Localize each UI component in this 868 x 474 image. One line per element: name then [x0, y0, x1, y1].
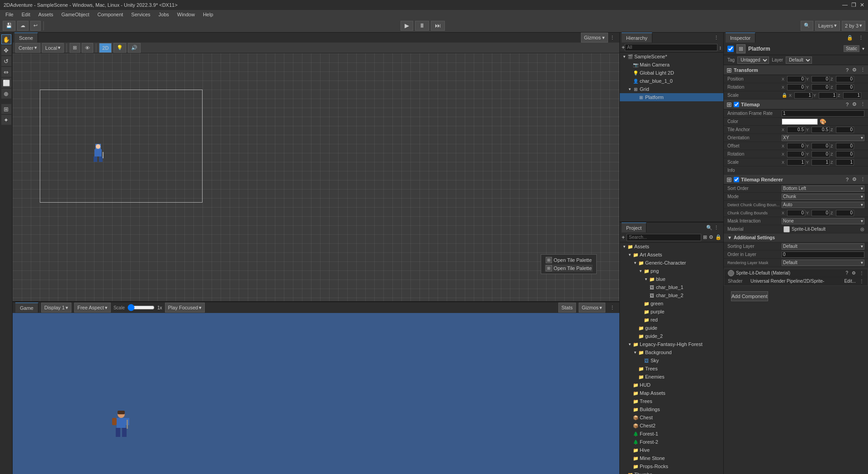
proj-chest[interactable]: 📦 Chest [620, 413, 723, 422]
local-btn[interactable]: Local ▾ [42, 43, 64, 53]
tmap-rot-z-input[interactable] [836, 151, 854, 157]
object-active-toggle[interactable] [727, 46, 734, 52]
menu-jobs[interactable]: Jobs [155, 11, 173, 18]
project-filter-icon[interactable]: ⊞ [703, 234, 707, 240]
anchor-z-input[interactable] [836, 127, 854, 133]
shader-dots[interactable]: ⋮ [859, 279, 864, 284]
proj-hive[interactable]: 📁 Hive [620, 446, 723, 454]
off-z-input[interactable] [836, 143, 854, 149]
rot-y-input[interactable] [811, 84, 830, 90]
mask-interaction-dropdown[interactable]: None ▾ [782, 218, 864, 224]
project-lock-icon[interactable]: 🔒 [715, 234, 722, 240]
material-subpanel-help[interactable]: ? [845, 270, 848, 275]
proj-buildings[interactable]: 📁 Buildings [620, 405, 723, 413]
proj-forest1[interactable]: 🌲 Forest-1 [620, 430, 723, 438]
hierarchy-search-input[interactable] [625, 44, 717, 51]
tree-samplescene[interactable]: ▼ 🎬 SampleScene* [620, 52, 723, 61]
proj-sky[interactable]: 🖼 Sky [620, 356, 723, 365]
add-component-button[interactable]: Add Component [731, 291, 768, 301]
inspector-menu[interactable]: ⋮ [856, 35, 866, 41]
proj-trees2[interactable]: 📁 Trees [620, 397, 723, 405]
static-label[interactable]: Static [844, 45, 859, 52]
undo-btn[interactable]: ↩ [30, 21, 41, 31]
tree-maincamera[interactable]: 📷 Main Camera [620, 61, 723, 69]
scale-slider[interactable] [127, 305, 155, 310]
stats-btn[interactable]: Stats [558, 303, 576, 313]
scale-tool[interactable]: ⇔ [1, 67, 11, 77]
menu-component[interactable]: Component [94, 11, 127, 18]
rendering-layer-mask-dropdown[interactable]: Default ▾ [782, 260, 864, 266]
proj-guide2[interactable]: 📁 guide_2 [620, 332, 723, 340]
transform-help[interactable]: ? [846, 67, 849, 73]
proj-guide[interactable]: 📁 guide [620, 324, 723, 332]
hand-tool[interactable]: ✋ [1, 34, 11, 44]
search-btn[interactable]: 🔍 [801, 21, 813, 31]
game-menu-icon[interactable]: ⋮ [608, 305, 617, 311]
open-tile-palette-1[interactable]: ⊞ Open Tile Palette [545, 256, 593, 264]
proj-chest2[interactable]: 📦 Chest2 [620, 422, 723, 430]
transform-header[interactable]: ⊞ Transform ? ⚙ ⋮ [724, 65, 868, 75]
display-dropdown[interactable]: Display 1 ▾ [41, 303, 71, 313]
project-add-btn[interactable]: + [622, 234, 625, 241]
proj-enemies[interactable]: 📁 Enemies [620, 373, 723, 381]
chunk-x-input[interactable] [787, 210, 805, 216]
menu-services[interactable]: Services [127, 11, 154, 18]
scene-tab[interactable]: Scene [14, 33, 38, 43]
rotate-tool[interactable]: ↺ [1, 56, 11, 66]
shader-edit-btn[interactable]: Edit... [844, 279, 856, 284]
tree-platform[interactable]: ⊞ Platform [620, 93, 723, 101]
tmap-scale-y-input[interactable] [811, 159, 830, 166]
menu-help[interactable]: Help [199, 11, 217, 18]
hierarchy-tab[interactable]: Hierarchy [622, 33, 652, 43]
inspector-lock[interactable]: 🔒 [844, 35, 856, 41]
minimize-btn[interactable]: — [842, 2, 848, 8]
proj-charblue2[interactable]: 🖼 char_blue_2 [620, 291, 723, 299]
transform-menu[interactable]: ⋮ [860, 67, 865, 73]
tree-grid[interactable]: ▼ ⊞ Grid [620, 85, 723, 93]
tilemap-renderer-toggle[interactable] [734, 177, 739, 182]
chunk-z-input[interactable] [836, 210, 854, 216]
material-subpanel-settings[interactable]: ⚙ [852, 270, 856, 275]
color-swatch[interactable] [782, 118, 818, 125]
proj-charblue1[interactable]: 🖼 char_blue_1 [620, 283, 723, 291]
menu-file[interactable]: File [2, 11, 17, 18]
detect-chunk-dropdown[interactable]: Auto ▾ [782, 202, 864, 208]
pos-z-input[interactable] [836, 76, 854, 82]
tmap-rot-y-input[interactable] [811, 151, 830, 157]
rot-z-input[interactable] [836, 84, 854, 90]
layers-dropdown[interactable]: Layers ▾ [815, 21, 840, 31]
order-in-layer-input[interactable] [782, 251, 864, 258]
project-search-input[interactable] [627, 234, 701, 241]
tmap-scale-z-input[interactable] [836, 159, 854, 166]
grid-snap-btn[interactable]: ⊞ [70, 43, 80, 53]
play-focused-btn[interactable]: Play Focused ▾ [165, 303, 205, 313]
proj-trees[interactable]: 📁 Trees [620, 365, 723, 373]
layout-dropdown[interactable]: 2 by 3 ▾ [842, 21, 865, 31]
sort-order-dropdown[interactable]: Bottom Left ▾ [782, 185, 864, 192]
proj-thumbs[interactable]: 📁 Thumbs [620, 470, 723, 474]
anchor-x-input[interactable] [787, 127, 805, 133]
color-picker-icon[interactable]: 🎨 [820, 118, 826, 125]
orientation-dropdown[interactable]: XY ▾ [782, 135, 864, 141]
tilemap-help[interactable]: ? [846, 102, 849, 107]
rot-x-input[interactable] [787, 84, 805, 90]
close-btn[interactable]: ✕ [860, 2, 864, 8]
aspect-dropdown[interactable]: Free Aspect ▾ [74, 303, 111, 313]
pause-button[interactable]: ⏸ [415, 21, 429, 31]
hierarchy-menu[interactable]: ⋮ [711, 35, 722, 41]
proj-mapassets[interactable]: 📁 Map Assets [620, 389, 723, 397]
tag-dropdown[interactable]: Untagged [737, 57, 769, 64]
animation-frame-rate-input[interactable] [782, 110, 864, 117]
proj-purple[interactable]: 📁 purple [620, 308, 723, 316]
tilemap-header[interactable]: ⊞ Tilemap ? ⚙ ⋮ [724, 100, 868, 109]
material-circle[interactable]: ◎ [860, 227, 864, 232]
game-tab[interactable]: Game [15, 303, 38, 313]
play-button[interactable]: ▶ [401, 21, 413, 31]
maximize-btn[interactable]: ❐ [851, 2, 856, 8]
tilemap-renderer-settings[interactable]: ⚙ [852, 176, 857, 182]
save-btn[interactable]: 💾 [3, 21, 15, 31]
additional-settings-header[interactable]: ▼ Additional Settings [724, 233, 868, 242]
scene-gizmos[interactable]: Gizmos ▾ [581, 33, 608, 43]
hierarchy-add-btn[interactable]: + [622, 44, 625, 51]
tree-charblue[interactable]: 👤 char_blue_1_0 [620, 77, 723, 85]
